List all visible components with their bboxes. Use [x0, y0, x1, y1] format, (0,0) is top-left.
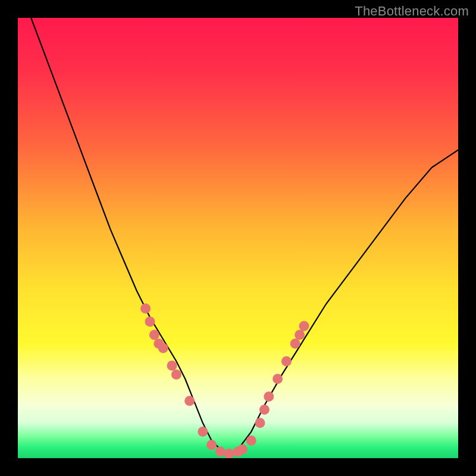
marker-point [299, 321, 309, 331]
marker-point [206, 440, 217, 450]
marker-point [259, 405, 270, 415]
marker-point [167, 361, 177, 371]
marker-point [149, 330, 159, 340]
marker-point [264, 392, 274, 402]
watermark-text: TheBottleneck.com [355, 4, 469, 19]
chart-svg [18, 18, 458, 458]
marker-point [237, 444, 248, 455]
marker-point [215, 446, 226, 456]
marker-point [158, 343, 168, 353]
marker-point [290, 339, 300, 349]
marker-point [224, 449, 234, 458]
plot-area [18, 18, 458, 458]
bottleneck-curve [31, 18, 458, 454]
marker-point [295, 330, 305, 340]
marker-point [246, 436, 256, 446]
marker-point [281, 356, 292, 367]
marker-point [255, 418, 265, 428]
marker-point [145, 317, 155, 327]
chart-frame: TheBottleneck.com [0, 0, 476, 476]
marker-point [273, 374, 283, 384]
curve-markers [140, 303, 309, 458]
marker-point [198, 427, 208, 437]
marker-point [171, 369, 181, 380]
marker-point [184, 396, 195, 406]
marker-point [140, 303, 151, 314]
